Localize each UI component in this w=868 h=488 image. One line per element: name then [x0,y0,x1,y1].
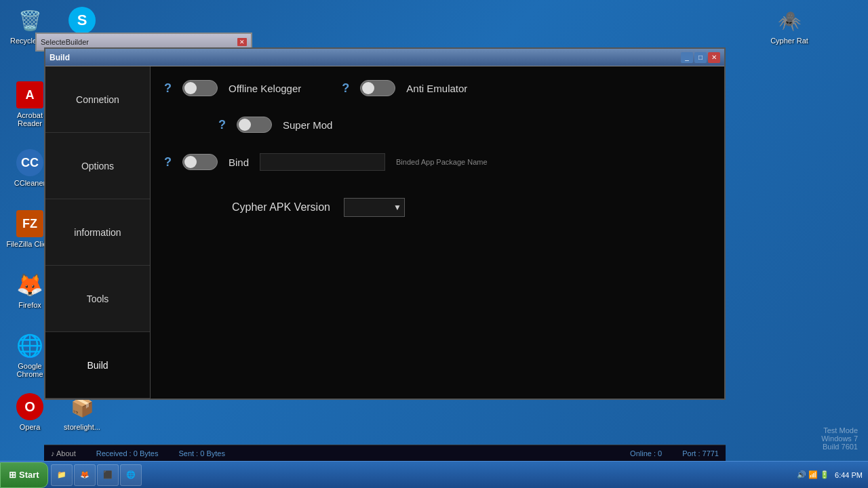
apk-version-label: Cypher APK Version [232,201,330,214]
super-mod-thumb [239,119,251,131]
taskbar-right: 🔊 📶 🔋 6:44 PM [797,470,868,479]
close-button[interactable]: ✕ [708,52,720,63]
bind-help-icon[interactable]: ? [164,155,172,169]
acrobat-icon: A [16,81,43,108]
chrome-icon: 🌐 [16,332,43,359]
taskbar-time: 6:44 PM [835,471,863,479]
sidebar: Connetion Options information Tools Buil… [45,66,151,399]
super-mod-label: Super Mod [283,119,332,131]
apk-version-row: Cypher APK Version ▼ [164,198,711,217]
outer-window-close-button[interactable]: ✕ [237,38,247,46]
sidebar-item-information[interactable]: information [45,199,150,266]
offline-kelogger-option: ? Offline Kelogger [164,80,301,96]
anti-emulator-label: Anti Emulator [406,83,467,94]
bind-thumb [184,156,197,168]
windows-icon: ⊞ [9,470,16,480]
test-mode-line3: Build 7601 [821,443,858,451]
status-bar: ♪ About Received : 0 Bytes Sent : 0 Byte… [44,445,726,461]
desktop-icon-cypherrat[interactable]: 🕷️ Cypher Rat [765,7,814,45]
taskbar-cmd[interactable]: ⬛ [97,464,119,486]
offline-kelogger-thumb [184,82,197,94]
test-mode-line1: Test Mode [821,426,858,434]
taskbar-firefox[interactable]: 🦊 [74,464,96,486]
offline-kelogger-label: Offline Kelogger [229,83,301,94]
sidebar-item-tools[interactable]: Tools [45,266,150,332]
option-row-1: ? Offline Kelogger ? Anti Emulator [164,80,711,96]
recycle-bin-icon: 🗑️ [16,7,43,34]
bind-package-input[interactable] [260,153,385,171]
storelight-label: storelight... [58,423,106,431]
window-titlebar: Build _ □ ✕ [45,49,724,66]
build-window: Build _ □ ✕ Connetion Options informatio… [44,47,726,400]
sidebar-item-connection[interactable]: Connetion [45,66,150,133]
ccleaner-icon: CC [16,149,43,176]
sent-status: Sent : 0 Bytes [178,449,224,458]
apk-dropdown-arrow: ▼ [393,203,401,212]
system-tray: 🔊 📶 🔋 [797,470,829,479]
sidebar-tools-label: Tools [87,293,109,304]
offline-kelogger-toggle[interactable] [182,80,218,96]
window-controls: _ □ ✕ [681,52,720,63]
sidebar-item-build[interactable]: Build [45,332,150,399]
taskbar-chrome-task[interactable]: 🌐 [120,464,142,486]
opera-icon: O [16,393,43,420]
apk-version-dropdown[interactable]: ▼ [344,198,405,217]
cmd-icon: ⬛ [103,470,113,479]
test-mode-text: Test Mode Windows 7 Build 7601 [821,426,858,451]
anti-emulator-toggle[interactable] [360,80,395,96]
offline-kelogger-help-icon[interactable]: ? [164,81,172,96]
sidebar-connection-label: Connetion [76,94,119,105]
window-title: Build [50,53,681,62]
minimize-button[interactable]: _ [681,52,693,63]
port-status: Port : 7771 [682,449,719,458]
skype-icon: S [68,7,96,34]
super-mod-option: ? Super Mod [164,117,711,133]
sidebar-build-label: Build [87,360,108,371]
bind-label: Bind [229,157,249,168]
taskbar-chrome-icon: 🌐 [126,470,136,479]
window-content: Connetion Options information Tools Buil… [45,66,724,399]
sidebar-options-label: Options [81,161,114,171]
about-tab[interactable]: ♪ About [51,449,76,458]
bind-hint: Binded App Package Name [396,158,488,166]
firefox-icon: 🦊 [16,271,43,298]
taskbar-firefox-icon: 🦊 [80,470,90,479]
anti-emulator-option: ? Anti Emulator [342,80,467,96]
explorer-icon: 📁 [57,470,66,479]
desktop: 🗑️ Recycle Bin S Skype A Acrobat Reader … [0,0,868,488]
sidebar-item-options[interactable]: Options [45,133,150,199]
cypherrat-label: Cypher Rat [765,37,814,45]
online-status: Online : 0 [630,449,662,458]
cypherrat-icon: 🕷️ [776,7,803,34]
opera-label: Opera [5,423,54,431]
anti-emulator-thumb [362,82,374,94]
main-panel: ? Offline Kelogger ? Anti Emulator [151,66,724,399]
taskbar: ⊞ Start 📁 🦊 ⬛ 🌐 🔊 📶 🔋 6:44 PM [0,461,868,488]
taskbar-explorer[interactable]: 📁 [51,464,73,486]
super-mod-toggle[interactable] [237,117,272,133]
bind-toggle[interactable] [182,154,218,170]
test-mode-line2: Windows 7 [821,434,858,443]
maximize-button[interactable]: □ [694,52,707,63]
bind-option: ? Bind Binded App Package Name [164,153,711,171]
filezilla-icon: FZ [16,210,43,237]
outer-window-title: SelecteBuilder [41,38,237,46]
sidebar-information-label: information [74,227,121,238]
anti-emulator-help-icon[interactable]: ? [342,81,349,96]
super-mod-help-icon[interactable]: ? [218,118,226,132]
received-status: Received : 0 Bytes [96,449,159,458]
start-button[interactable]: ⊞ Start [0,462,48,488]
start-label: Start [19,470,39,480]
taskbar-apps: 📁 🦊 ⬛ 🌐 [48,462,142,488]
